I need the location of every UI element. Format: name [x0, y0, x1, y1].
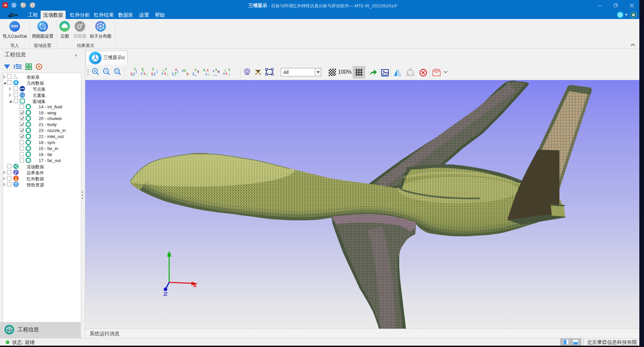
- svg-text:x: x: [131, 72, 133, 75]
- svg-text:z: z: [154, 72, 156, 75]
- svg-text:Y: Y: [152, 68, 154, 71]
- svg-text:x: x: [164, 72, 166, 75]
- svg-text:x: x: [225, 72, 227, 75]
- svg-text:Y: Y: [165, 68, 167, 71]
- svg-text:Y: Y: [215, 68, 217, 72]
- svg-text:x: x: [207, 68, 209, 72]
- svg-text:x: x: [16, 77, 17, 80]
- svg-text:z: z: [182, 69, 183, 73]
- svg-text:Y: Y: [174, 72, 177, 75]
- svg-text:z: z: [213, 69, 214, 73]
- svg-text:Y: Y: [134, 68, 136, 71]
- svg-text:Y: Y: [194, 68, 197, 72]
- svg-text:x: x: [175, 68, 177, 71]
- svg-text:x: x: [151, 72, 153, 75]
- svg-text:z: z: [172, 72, 173, 75]
- svg-text:z: z: [133, 72, 135, 75]
- svg-text:z: z: [161, 72, 163, 75]
- svg-text:z: z: [13, 77, 15, 80]
- svg-text:z: z: [223, 72, 225, 75]
- svg-text:z: z: [205, 72, 207, 76]
- svg-text:x: x: [144, 72, 146, 75]
- svg-text:Y: Y: [228, 68, 230, 72]
- svg-text:z: z: [141, 72, 143, 75]
- svg-text:x: x: [197, 70, 199, 73]
- svg-text:Y: Y: [184, 69, 186, 73]
- svg-text:z: z: [192, 72, 194, 75]
